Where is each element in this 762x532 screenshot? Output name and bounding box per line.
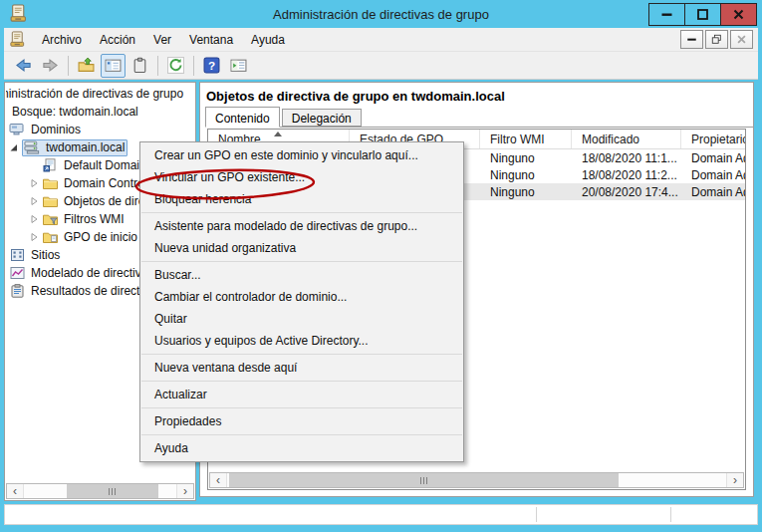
scrollbar-track[interactable]	[23, 484, 177, 498]
context-menu-item[interactable]: Nueva ventana desde aquí	[140, 357, 463, 379]
menu-accion[interactable]: Acción	[91, 30, 144, 50]
domains-icon	[9, 123, 26, 136]
expander-collapsed-icon[interactable]	[28, 195, 40, 207]
table-cell: Ninguno	[480, 168, 572, 182]
domain-icon	[24, 140, 41, 154]
tree-item-label: twdomain.local	[44, 140, 127, 154]
scrollbar-thumb[interactable]	[67, 484, 158, 498]
scroll-right-icon[interactable]: ›	[177, 484, 193, 498]
toolbar-separator	[68, 56, 69, 76]
context-menu-item[interactable]: Bloquear herencia	[140, 188, 463, 210]
tree-item[interactable]: Administración de directivas de grupo	[6, 85, 194, 103]
context-menu-item[interactable]: Quitar	[140, 308, 463, 330]
refresh-button[interactable]	[163, 54, 188, 78]
table-horizontal-scrollbar[interactable]: ‹ ›	[209, 472, 744, 488]
help-button[interactable]: ?	[199, 54, 224, 78]
tree-item[interactable]: Bosque: twdomain.local	[6, 103, 194, 121]
tab-delegacion[interactable]: Delegación	[282, 109, 362, 127]
menu-separator	[141, 261, 462, 262]
up-one-level-button[interactable]	[74, 54, 99, 78]
results-icon	[9, 284, 26, 298]
child-restore-button[interactable]	[705, 30, 728, 49]
menu-separator	[141, 407, 462, 408]
modeling-icon	[9, 266, 26, 280]
maximize-button[interactable]	[684, 3, 721, 26]
expander-spacer	[28, 159, 40, 171]
scrollbar-track[interactable]	[226, 473, 727, 487]
table-cell: Domain Admins	[681, 185, 746, 199]
column-header[interactable]: Modificado	[572, 130, 681, 148]
tab-contenido[interactable]: Contenido	[205, 107, 280, 128]
minimize-button[interactable]	[648, 3, 685, 26]
menu-ver[interactable]: Ver	[144, 30, 180, 50]
table-cell: 18/08/2020 11:1...	[572, 151, 681, 165]
tree-item-label: GPO de inicio	[62, 230, 139, 244]
action-pane-icon	[230, 57, 247, 74]
context-menu-item[interactable]: Ayuda	[140, 437, 463, 459]
tabstrip: ContenidoDelegación	[205, 107, 753, 128]
menu-ventana[interactable]: Ventana	[180, 30, 242, 50]
menu-separator	[141, 354, 462, 355]
folder-gpo-icon	[42, 230, 59, 244]
menu-archivo[interactable]: Archivo	[33, 30, 91, 50]
console-document-icon	[9, 31, 26, 48]
table-cell: 18/08/2020 11:2...	[572, 168, 681, 182]
column-header[interactable]: Propietario	[681, 130, 746, 148]
tree-selection: twdomain.local	[22, 139, 127, 156]
column-header[interactable]: Filtro WMI	[480, 130, 572, 148]
table-cell: Ninguno	[480, 151, 572, 165]
gpmc-console-icon	[9, 4, 28, 23]
back-arrow-icon	[15, 57, 32, 74]
close-button[interactable]	[720, 3, 757, 26]
context-menu-item[interactable]: Nueva unidad organizativa	[140, 237, 463, 259]
window-controls	[649, 3, 757, 26]
context-menu-item-circled[interactable]: Vincular un GPO existente...	[140, 166, 463, 188]
table-cell: 20/08/2020 17:4...	[572, 185, 681, 199]
forward-button[interactable]	[38, 54, 63, 78]
table-cell: Ninguno	[480, 185, 572, 199]
child-close-button[interactable]	[730, 30, 753, 49]
sort-ascending-icon	[274, 132, 282, 136]
context-menu-item[interactable]: Cambiar el controlador de dominio...	[140, 286, 463, 308]
menu-items: ArchivoAcciónVerVentanaAyuda	[33, 30, 294, 50]
show-console-tree-button[interactable]	[101, 54, 126, 78]
forward-arrow-icon	[42, 57, 59, 74]
tree-horizontal-scrollbar[interactable]: ‹ ›	[6, 483, 194, 499]
scroll-right-icon[interactable]: ›	[727, 473, 743, 487]
context-menu: Crear un GPO en este dominio y vincularl…	[139, 141, 464, 462]
svg-text:?: ?	[208, 59, 215, 72]
scroll-left-icon[interactable]: ‹	[7, 484, 23, 498]
expander-collapsed-icon[interactable]	[28, 177, 40, 189]
menu-ayuda[interactable]: Ayuda	[242, 30, 294, 50]
expander-expanded-icon[interactable]	[8, 141, 20, 153]
child-minimize-button[interactable]	[680, 30, 703, 49]
gpo-link-icon	[42, 158, 59, 172]
toolbar-separator	[157, 56, 158, 76]
expander-collapsed-icon[interactable]	[28, 231, 40, 243]
sites-icon	[9, 248, 26, 262]
context-menu-item[interactable]: Usuarios y equipos de Active Directory..…	[140, 330, 463, 352]
folder-icon	[42, 176, 59, 190]
context-menu-item[interactable]: Buscar...	[140, 264, 463, 286]
toolbar: ?	[4, 52, 758, 80]
expander-collapsed-icon[interactable]	[28, 213, 40, 225]
close-icon	[732, 8, 745, 21]
scroll-left-icon[interactable]: ‹	[210, 473, 226, 487]
context-menu-item[interactable]: Propiedades	[140, 410, 463, 432]
context-menu-item[interactable]: Actualizar	[140, 384, 463, 405]
context-menu-item[interactable]: Crear un GPO en este dominio y vincularl…	[140, 144, 463, 166]
tree-item[interactable]: Dominios	[6, 121, 194, 138]
tree-item-label: Filtros WMI	[62, 212, 127, 226]
show-action-pane-button[interactable]	[226, 54, 251, 78]
menu-separator	[141, 381, 462, 382]
gpmc-window: Administración de directivas de grupo Ar…	[0, 0, 762, 532]
back-button[interactable]	[11, 54, 36, 78]
child-window-controls	[678, 30, 753, 49]
context-menu-item[interactable]: Asistente para modelado de directivas de…	[140, 215, 463, 237]
menubar: ArchivoAcciónVerVentanaAyuda	[4, 28, 758, 52]
paste-button[interactable]	[127, 54, 152, 78]
tree-item-label: Dominios	[29, 123, 83, 136]
folder-up-icon	[78, 57, 95, 74]
scrollbar-thumb[interactable]	[229, 473, 619, 487]
status-divider	[536, 507, 537, 522]
